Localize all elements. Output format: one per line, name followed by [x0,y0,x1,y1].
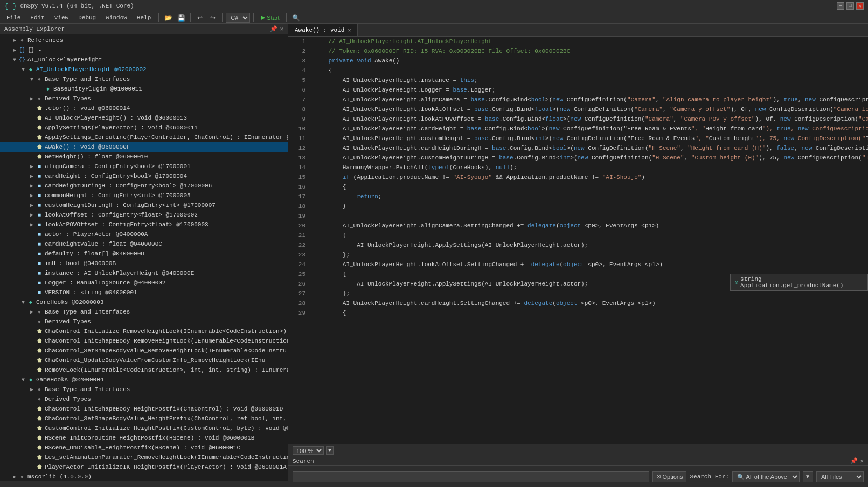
tree-item[interactable]: ■VERSION : string @04000001 [0,288,288,297]
tree-item[interactable]: ⬟ChaControl_InitShapeBody_RemoveHeightLo… [0,336,288,346]
expand-arrow[interactable] [28,279,36,287]
search-input[interactable] [293,471,649,482]
search-panel-controls[interactable]: 📌 ✕ [850,457,864,464]
expand-arrow[interactable] [28,347,36,354]
expand-arrow[interactable] [28,328,36,335]
tree-item[interactable]: ▶■cardHeightDuringH : ConfigEntry<bool> … [0,181,288,191]
maximize-button[interactable]: □ [846,2,854,10]
tree-item[interactable]: ▼{}AI_UnlockPlayerHeight [0,55,288,65]
title-controls[interactable]: — □ ✕ [837,2,864,10]
expand-arrow[interactable] [28,269,36,277]
expand-arrow[interactable]: ▶ [28,308,36,316]
expand-arrow[interactable]: ▶ [28,172,36,180]
panel-controls[interactable]: 📌 ✕ [270,25,283,32]
search-close-icon[interactable]: ✕ [860,457,864,464]
expand-arrow[interactable]: ▶ [28,221,36,228]
tree-item[interactable]: ⬟RemoveLock(IEnumerable<CodeInstruction>… [0,365,288,375]
menu-edit[interactable]: Edit [26,13,48,22]
tree-item[interactable]: ⬟ChaControl_SetShapeBodyValue_RemoveHeig… [0,346,288,356]
search-toolbar-button[interactable]: 🔍 [290,13,302,23]
menu-view[interactable]: View [50,13,73,22]
expand-arrow[interactable] [28,463,36,471]
tree-item[interactable]: ⬟Awake() : void @0600000F [0,142,288,152]
minimize-button[interactable]: — [837,2,844,10]
tree-item[interactable]: ▶●Base Type and Interfaces [0,307,288,317]
code-container[interactable]: 1234567891011121314151617181920212223242… [288,37,868,444]
search-options-button[interactable]: ⊙ Options [652,471,687,482]
panel-close-icon[interactable]: ✕ [280,25,283,32]
zoom-select[interactable]: 100 % 75 % 125 % 150 % [293,446,324,455]
expand-arrow[interactable] [28,395,36,403]
expand-arrow[interactable]: ▶ [28,386,36,393]
tree-item[interactable]: ⬟HScene_OnDisable_HeightPostfix(HScene) … [0,443,288,453]
expand-arrow[interactable] [37,85,44,93]
expand-arrow[interactable]: ▼ [19,66,27,73]
tree-item[interactable]: ■actor : PlayerActor @0400000A [0,229,288,239]
expand-arrow[interactable] [28,405,36,413]
menu-debug[interactable]: Debug [74,13,100,22]
tree-item[interactable]: ⬟.ctor() : void @06000014 [0,103,288,113]
tree-item[interactable]: ▶■cardHeight : ConfigEntry<bool> @170000… [0,171,288,181]
tree-item[interactable]: ■defaulty : float[] @0400000D [0,249,288,259]
tree-item[interactable]: ◆BaseUnityPlugin @01000011 [0,84,288,94]
tree-item[interactable]: ⬟ApplySettings_Coroutine(PlayerControlle… [0,133,288,142]
expand-arrow[interactable] [28,318,36,325]
expand-arrow[interactable] [28,240,36,248]
editor-tab-awake[interactable]: Awake() : void ✕ [288,24,358,36]
tree-item[interactable]: ▶●References [0,36,288,45]
tree-item[interactable]: ▶●Base Type and Interfaces [0,385,288,394]
expand-arrow[interactable]: ▶ [11,37,18,44]
tree-item[interactable]: ▶■commonHeight : ConfigEntry<int> @17000… [0,191,288,200]
assembly-tree[interactable]: ▶●References▶{}{} -▼{}AI_UnlockPlayerHei… [0,34,288,481]
search-pin-icon[interactable]: 📌 [850,457,858,464]
expand-arrow[interactable] [28,134,36,141]
tree-item[interactable]: ▶●Derived Types [0,94,288,103]
tree-item[interactable]: ●Derived Types [0,394,288,404]
expand-arrow[interactable] [28,337,36,345]
tree-item[interactable]: ●Derived Types [0,317,288,326]
tree-item[interactable]: ⬟CustomControl_Initialize_HeightPostfix(… [0,423,288,433]
expand-arrow[interactable]: ▶ [28,182,36,190]
expand-arrow[interactable] [28,143,36,151]
search-mode-dropdown[interactable]: ▼ [803,471,813,482]
tree-item[interactable]: ⬟HScene_InitCoroutine_HeightPostfix(HSce… [0,433,288,443]
expand-arrow[interactable]: ▶ [28,192,36,199]
expand-arrow[interactable]: ▶ [28,163,36,170]
tree-item[interactable]: ▶{}{} - [0,45,288,55]
start-button[interactable]: ▶ Start [257,13,283,22]
menu-window[interactable]: Window [101,13,131,22]
expand-arrow[interactable]: ▶ [28,201,36,209]
tree-item[interactable]: ▶■alignCamera : ConfigEntry<bool> @17000… [0,162,288,171]
expand-arrow[interactable]: ▶ [11,473,18,481]
tree-item[interactable]: ■Logger : ManualLogSource @04000002 [0,278,288,288]
tree-item[interactable]: ▼◆GameHooks @02000004 [0,375,288,385]
tree-item[interactable]: ▼◆AI_UnlockPlayerHeight @02000002 [0,65,288,74]
language-select[interactable]: C# IL [226,13,250,23]
expand-arrow[interactable] [28,454,36,461]
tree-item[interactable]: ▼●Base Type and Interfaces [0,74,288,84]
tree-item[interactable]: ▼◆CoreHooks @02000003 [0,297,288,307]
tree-item[interactable]: ⬟Les_setAnimationParamater_RemoveHeightL… [0,453,288,462]
search-scope-select[interactable]: All Files Current File [816,471,864,482]
tree-item[interactable]: ⬟ChaControl_Initialize_RemoveHeightLock(… [0,326,288,336]
tree-item[interactable]: ⬟ChaControl_SetShapeBodyValue_HeightPref… [0,414,288,423]
go-back-button[interactable]: ↩ [194,13,206,23]
expand-arrow[interactable] [28,231,36,238]
tree-item[interactable]: ⬟ChaControl_InitShapeBody_HeightPostfix(… [0,404,288,414]
menu-file[interactable]: File [2,13,25,22]
expand-arrow[interactable]: ▶ [28,95,36,102]
expand-arrow[interactable] [28,434,36,442]
tree-item[interactable]: ⬟ApplySettings(PlayerActor) : void @0600… [0,123,288,133]
expand-arrow[interactable] [28,366,36,374]
expand-arrow[interactable]: ▶ [28,211,36,219]
expand-arrow[interactable] [28,153,36,161]
go-forward-button[interactable]: ↪ [207,13,219,23]
expand-arrow[interactable]: ▼ [19,376,27,384]
tree-item[interactable]: ⬟GetHeight() : float @06000010 [0,152,288,162]
tree-item[interactable]: ▶■customHeightDuringH : ConfigEntry<int>… [0,200,288,210]
tree-item[interactable]: ▶■lookAtOffset : ConfigEntry<float> @170… [0,210,288,220]
expand-arrow[interactable] [28,357,36,364]
close-button[interactable]: ✕ [856,2,864,10]
tree-item[interactable]: ■cardHeightValue : float @0400000C [0,239,288,249]
expand-arrow[interactable] [28,124,36,131]
